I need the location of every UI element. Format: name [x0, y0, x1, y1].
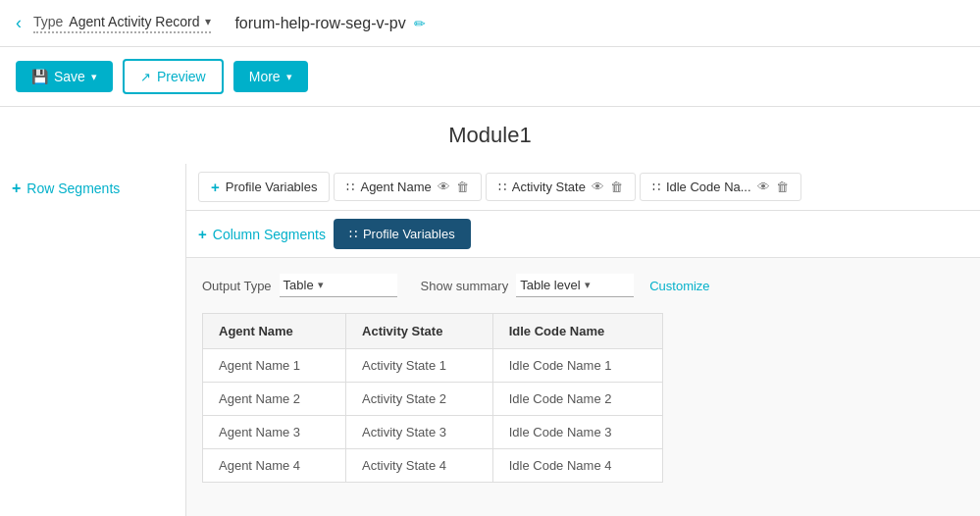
record-name: forum-help-row-seg-v-pv ✏ — [234, 15, 425, 32]
output-row: Output Type Table ▾ Show summary Table l… — [202, 274, 964, 297]
customize-link[interactable]: Customize — [649, 279, 709, 293]
preview-label: Preview — [157, 69, 206, 84]
row-segments-plus-icon: + — [12, 180, 21, 197]
table-row: Agent Name 3Activity State 3Idle Code Na… — [203, 416, 663, 449]
table-header-activity-state: Activity State — [346, 314, 493, 349]
profile-variables-chip[interactable]: + Profile Variables — [198, 172, 330, 202]
agent-name-chip: ∷ Agent Name 👁 🗑 — [334, 173, 481, 201]
profile-variables-chip-label: Profile Variables — [226, 180, 318, 194]
agent-name-grid-icon: ∷ — [346, 180, 354, 194]
table-header-agent-name: Agent Name — [203, 314, 346, 349]
table-row: Agent Name 1Activity State 1Idle Code Na… — [203, 349, 663, 383]
record-name-text: forum-help-row-seg-v-pv — [234, 15, 405, 32]
profile-vars-btn-label: Profile Variables — [363, 227, 455, 241]
idle-code-grid-icon: ∷ — [652, 180, 660, 194]
column-segments-plus-icon: + — [198, 226, 207, 242]
output-type-arrow-icon: ▾ — [318, 279, 324, 291]
save-button[interactable]: 💾 Save ▾ — [16, 61, 113, 92]
idle-code-chip-label: Idle Code Na... — [666, 180, 751, 194]
column-segments-label[interactable]: + Column Segments — [198, 226, 326, 242]
type-dropdown-arrow-icon: ▾ — [205, 15, 211, 28]
right-panel: + Profile Variables ∷ Agent Name 👁 🗑 ∷ A… — [186, 164, 980, 516]
show-summary-label: Show summary — [421, 279, 509, 293]
output-type-label: Output Type — [202, 279, 272, 293]
output-type-select[interactable]: Table ▾ — [280, 274, 397, 297]
table-cell-r2-c0: Agent Name 3 — [203, 416, 346, 449]
agent-name-eye-icon[interactable]: 👁 — [438, 180, 450, 194]
toolbar: 💾 Save ▾ ↗ Preview More ▾ — [0, 47, 980, 107]
table-row: Agent Name 2Activity State 2Idle Code Na… — [203, 383, 663, 416]
table-cell-r3-c1: Activity State 4 — [346, 449, 493, 483]
preview-icon: ↗ — [140, 70, 151, 84]
show-summary-value: Table level — [520, 278, 580, 292]
row-segments-header[interactable]: + Row Segments — [12, 180, 174, 197]
row-segments-label: Row Segments — [26, 181, 120, 196]
table-cell-r1-c1: Activity State 2 — [346, 383, 493, 416]
table-cell-r3-c2: Idle Code Name 4 — [492, 449, 662, 483]
save-icon: 💾 — [31, 69, 48, 84]
table-header-idle-code-name: Idle Code Name — [492, 314, 662, 349]
profile-variables-button[interactable]: ∷ Profile Variables — [334, 219, 471, 249]
column-segments-text: Column Segments — [213, 227, 326, 242]
edit-icon[interactable]: ✏ — [414, 16, 426, 31]
module-title: Module1 — [0, 107, 980, 164]
segments-bar: + Column Segments ∷ Profile Variables — [186, 211, 980, 258]
activity-state-chip: ∷ Activity State 👁 🗑 — [486, 173, 636, 201]
table-cell-r0-c2: Idle Code Name 1 — [492, 349, 662, 383]
more-dropdown-arrow-icon: ▾ — [286, 71, 292, 83]
left-panel: + Row Segments — [0, 164, 186, 516]
profile-vars-grid-icon: ∷ — [349, 227, 357, 241]
show-summary-group: Show summary Table level ▾ Customize — [421, 274, 710, 297]
main-content: + Row Segments + Profile Variables ∷ Age… — [0, 164, 980, 516]
activity-state-grid-icon: ∷ — [498, 180, 506, 194]
idle-code-eye-icon[interactable]: 👁 — [757, 180, 770, 194]
content-area: Output Type Table ▾ Show summary Table l… — [186, 258, 980, 516]
more-label: More — [249, 69, 281, 84]
table-cell-r2-c2: Idle Code Name 3 — [492, 416, 662, 449]
table-header-row: Agent Name Activity State Idle Code Name — [203, 314, 663, 349]
type-value: Agent Activity Record — [69, 14, 199, 29]
columns-bar: + Profile Variables ∷ Agent Name 👁 🗑 ∷ A… — [186, 164, 980, 211]
table-cell-r0-c1: Activity State 1 — [346, 349, 493, 383]
show-summary-select[interactable]: Table level ▾ — [516, 274, 634, 297]
table-cell-r1-c2: Idle Code Name 2 — [492, 383, 662, 416]
app-header: ‹ Type Agent Activity Record ▾ forum-hel… — [0, 0, 980, 47]
output-type-group: Output Type Table ▾ — [202, 274, 397, 297]
show-summary-arrow-icon: ▾ — [585, 279, 591, 291]
activity-state-trash-icon[interactable]: 🗑 — [610, 180, 623, 194]
data-table: Agent Name Activity State Idle Code Name… — [202, 313, 663, 483]
table-row: Agent Name 4Activity State 4Idle Code Na… — [203, 449, 663, 483]
table-cell-r1-c0: Agent Name 2 — [203, 383, 346, 416]
activity-state-chip-label: Activity State — [512, 180, 586, 194]
agent-name-trash-icon[interactable]: 🗑 — [456, 180, 469, 194]
table-cell-r0-c0: Agent Name 1 — [203, 349, 346, 383]
agent-name-chip-label: Agent Name — [360, 180, 431, 194]
preview-button[interactable]: ↗ Preview — [123, 59, 224, 94]
type-dropdown[interactable]: Type Agent Activity Record ▾ — [33, 14, 211, 33]
back-button[interactable]: ‹ — [16, 13, 22, 33]
profile-variables-plus-icon: + — [211, 179, 220, 195]
more-button[interactable]: More ▾ — [233, 61, 308, 92]
activity-state-eye-icon[interactable]: 👁 — [592, 180, 604, 194]
save-dropdown-arrow-icon: ▾ — [91, 71, 97, 83]
idle-code-trash-icon[interactable]: 🗑 — [776, 180, 789, 194]
save-label: Save — [54, 69, 85, 84]
table-cell-r3-c0: Agent Name 4 — [203, 449, 346, 483]
table-cell-r2-c1: Activity State 3 — [346, 416, 493, 449]
idle-code-name-chip: ∷ Idle Code Na... 👁 🗑 — [640, 173, 801, 201]
output-type-value: Table — [284, 278, 314, 292]
type-label: Type — [33, 14, 63, 29]
